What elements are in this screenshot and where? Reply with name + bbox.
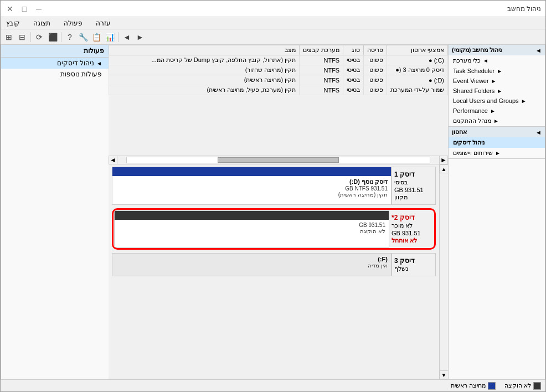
disk1-partitions: דיסק נוסף (D:) 931.51 GB NTFS תקין (מחיצ… bbox=[112, 167, 392, 205]
menu-view[interactable]: תצוגה bbox=[30, 18, 54, 28]
item-label: Event Viewer bbox=[453, 78, 489, 84]
menu-action[interactable]: פעולה bbox=[60, 18, 86, 28]
table-row[interactable]: (C:) ● פשוט בסיסי NTFS תקין (אתחול, קובץ… bbox=[109, 55, 448, 65]
arrow-icon: ► bbox=[490, 108, 496, 114]
disk-table: אמצעי אחסון פריסה סוג מערכת קבצים מצב (C… bbox=[109, 45, 448, 95]
panel-item-perf[interactable]: ► Performance bbox=[449, 106, 545, 116]
disk2-type: לא מוכר bbox=[392, 222, 413, 229]
cell-type-2: בסיסי bbox=[343, 75, 364, 85]
scroll-right-btn[interactable]: ► bbox=[439, 156, 448, 164]
item-label: Performance bbox=[453, 107, 488, 114]
disk2-label: דיסק 2* לא מוכר 931.51 GB לא אותחל bbox=[389, 210, 434, 247]
toolbar-btn-7[interactable]: 📋 bbox=[90, 31, 102, 43]
toolbar-btn-1[interactable]: ⊞ bbox=[3, 31, 15, 43]
panel-item-scheduler[interactable]: ► Task Scheduler bbox=[449, 66, 545, 76]
panel-label: אחסון bbox=[452, 128, 467, 136]
main-window: ✕ □ ─ ניהול מחשב עזרה פעולה תצוגה קובץ ⊞… bbox=[0, 0, 546, 392]
h-scrollbar[interactable]: ◄ ► bbox=[109, 156, 448, 164]
disk3-partition-label: (F:) bbox=[116, 256, 388, 262]
scroll-thumb[interactable] bbox=[218, 157, 339, 163]
disk1-name: דיסק 1 bbox=[394, 171, 415, 178]
toolbar-btn-6[interactable]: 🔧 bbox=[77, 31, 89, 43]
toolbar-sep-2 bbox=[61, 32, 61, 42]
cell-fs-0: NTFS bbox=[300, 55, 343, 65]
sidebar-item-more[interactable]: פעולות נוספות bbox=[1, 69, 109, 80]
legend-unallocated: לא הוקצה bbox=[504, 382, 541, 390]
toolbar-btn-4[interactable]: ⬛ bbox=[47, 31, 59, 43]
minimize-button[interactable]: ─ bbox=[34, 4, 44, 14]
menu-bar: עזרה פעולה תצוגה קובץ bbox=[1, 17, 545, 29]
disk3-partitions: (F:) אין מדיה bbox=[112, 253, 392, 276]
toolbar-sep-3 bbox=[118, 32, 119, 42]
toolbar-btn-3[interactable]: ⟳ bbox=[33, 31, 45, 43]
maximize-button[interactable]: □ bbox=[19, 4, 29, 14]
cell-type-3: בסיסי bbox=[343, 85, 364, 95]
scroll-down-btn[interactable]: ▼ bbox=[440, 370, 449, 379]
disk2-partition-header bbox=[115, 211, 389, 220]
cell-fs-2: NTFS bbox=[300, 75, 343, 85]
table-row[interactable]: שמור על-ידי המערכת פשוט בסיסי NTFS תקין … bbox=[109, 85, 448, 95]
cell-status-3: תקין (מערכת, פעיל, מחיצה ראשית) bbox=[109, 85, 300, 95]
panel-item-shared[interactable]: ► Shared Folders bbox=[449, 86, 545, 96]
disk2-partition-0[interactable]: 931.51 GB לא הוקצה bbox=[115, 211, 389, 247]
disk-visual-area: דיסק 1 בסיסי 931.51 GB מקוון דיסק נוסף (… bbox=[109, 164, 439, 379]
v-scroll-buttons: ▲ ▼ bbox=[439, 164, 448, 379]
scroll-left-btn[interactable]: ◄ bbox=[109, 156, 117, 164]
window-title: ניהול מחשב bbox=[507, 5, 541, 13]
cell-status-1: תקין (מחיצה שחזור) bbox=[109, 65, 300, 75]
panel-item-diskmanager[interactable]: ניהול דיסקים bbox=[449, 137, 545, 148]
toolbar-forward[interactable]: ► bbox=[134, 31, 146, 43]
disk1-partition-0[interactable]: דיסק נוסף (D:) 931.51 GB NTFS תקין (מחיצ… bbox=[112, 167, 391, 204]
sidebar-title: פעולות bbox=[1, 45, 109, 58]
table-scroll[interactable]: אמצעי אחסון פריסה סוג מערכת קבצים מצב (C… bbox=[109, 45, 448, 156]
panel-item-event[interactable]: ► Event Viewer bbox=[449, 76, 545, 86]
panel-item-users[interactable]: ► Local Users and Groups bbox=[449, 96, 545, 106]
disk1-partition-detail2: תקין (מחיצה ראשית) bbox=[116, 192, 388, 198]
panel-item-tools[interactable]: ◄ כלי מערכת bbox=[449, 55, 545, 66]
col-header-storage: אמצעי אחסון bbox=[387, 45, 448, 55]
table-row[interactable]: (D:) ● פשוט בסיסי NTFS תקין (מחיצה ראשית… bbox=[109, 75, 448, 85]
sidebar-label-more: פעולות נוספות bbox=[60, 70, 102, 78]
disk3-block: דיסק 3 נשלף (F:) אין מדיה bbox=[112, 253, 436, 276]
col-header-fs: מערכת קבצים bbox=[300, 45, 343, 55]
disk1-type: בסיסי bbox=[394, 179, 408, 186]
title-bar: ✕ □ ─ ניהול מחשב bbox=[1, 1, 545, 17]
menu-help[interactable]: קובץ bbox=[3, 18, 23, 28]
scroll-up-btn[interactable]: ▲ bbox=[440, 164, 449, 173]
item-label: Local Users and Groups bbox=[453, 97, 519, 104]
table-row[interactable]: דיסק 0 מחיצה 3 (● פשוט בסיסי NTFS תקין (… bbox=[109, 65, 448, 75]
panel-header-computer[interactable]: ◄ ניהול מחשב (מקומי) bbox=[449, 45, 545, 55]
cell-partition-3: פשוט bbox=[364, 85, 387, 95]
arrow-icon: ► bbox=[493, 118, 499, 124]
center-content: אמצעי אחסון פריסה סוג מערכת קבצים מצב (C… bbox=[109, 45, 449, 379]
toolbar-back[interactable]: ◄ bbox=[121, 31, 133, 43]
legend-label-primary: מחיצה ראשית bbox=[451, 382, 486, 389]
panel-header-label: ניהול מחשב (מקומי) bbox=[452, 47, 502, 54]
disk3-partition-0[interactable]: (F:) אין מדיה bbox=[112, 254, 391, 276]
panel-item-device[interactable]: ► מנהל ההתקנים bbox=[449, 116, 545, 126]
disk1-partition-detail1: 931.51 GB NTFS bbox=[116, 185, 388, 192]
panel-header-arrow: ◄ bbox=[535, 47, 542, 54]
close-button[interactable]: ✕ bbox=[5, 4, 15, 14]
cell-type-1: בסיסי bbox=[343, 65, 364, 75]
toolbar-sep-1 bbox=[30, 32, 31, 42]
arrow-icon: ► bbox=[495, 150, 501, 156]
table-container: אמצעי אחסון פריסה סוג מערכת קבצים מצב (C… bbox=[109, 45, 448, 156]
item-label: שירותים ויישומים bbox=[453, 149, 493, 157]
toolbar-btn-2[interactable]: ⊟ bbox=[16, 31, 28, 43]
panel-item-services[interactable]: ► שירותים ויישומים bbox=[449, 148, 545, 158]
disk2-size: 931.51 GB bbox=[392, 230, 421, 236]
item-label: כלי מערכת bbox=[453, 57, 481, 64]
cell-partition-2: פשוט bbox=[364, 75, 387, 85]
col-header-status: מצב bbox=[109, 45, 300, 55]
disk3-name: דיסק 3 bbox=[394, 257, 415, 265]
sidebar-item-diskmanager[interactable]: ◄ ניהול דיסקים bbox=[1, 58, 109, 69]
toolbar-btn-5[interactable]: ? bbox=[64, 31, 76, 43]
cell-type-0: בסיסי bbox=[343, 55, 364, 65]
cell-partition-1: פשוט bbox=[364, 65, 387, 75]
toolbar-btn-8[interactable]: 📊 bbox=[104, 31, 116, 43]
cell-partition-0: פשוט bbox=[364, 55, 387, 65]
menu-file[interactable]: עזרה bbox=[92, 18, 114, 28]
panel-header-storage[interactable]: ◄ אחסון bbox=[449, 127, 545, 137]
item-label: מנהל ההתקנים bbox=[453, 117, 491, 125]
